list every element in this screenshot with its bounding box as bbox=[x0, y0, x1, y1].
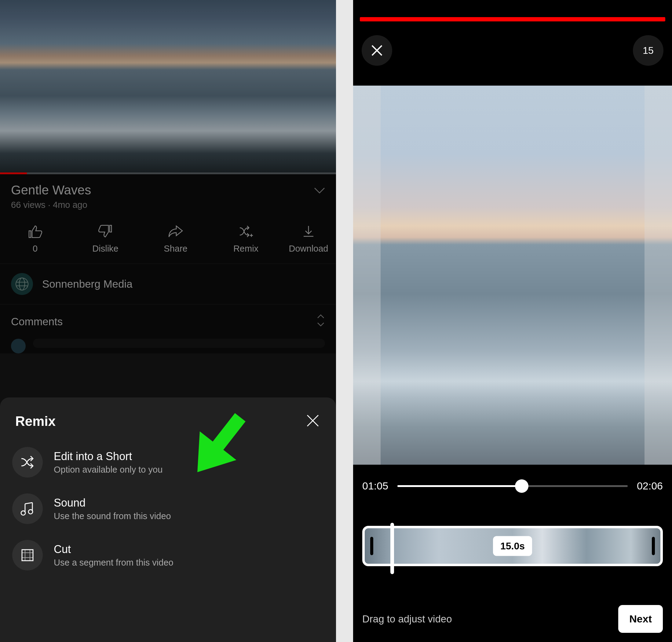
remix-option-cut[interactable]: Cut Use a segment from this video bbox=[0, 532, 336, 578]
remix-option-edit-short[interactable]: Edit into a Short Option available only … bbox=[0, 439, 336, 486]
trim-handle-right[interactable] bbox=[652, 537, 655, 555]
download-label: Download bbox=[289, 244, 328, 254]
remix-option-sound[interactable]: Sound Use the sound from this video bbox=[0, 486, 336, 532]
sort-icon[interactable] bbox=[316, 314, 325, 330]
time-current: 01:05 bbox=[362, 480, 388, 492]
comment-avatar bbox=[11, 339, 26, 354]
edit-short-icon bbox=[12, 447, 43, 477]
remix-label: Remix bbox=[233, 244, 259, 254]
svg-point-1 bbox=[19, 278, 25, 290]
scrubber-thumb[interactable] bbox=[515, 479, 528, 493]
svg-rect-4 bbox=[22, 550, 33, 561]
cut-icon bbox=[12, 540, 43, 570]
thumb-up-icon bbox=[28, 225, 42, 238]
drag-hint: Drag to adjust video bbox=[362, 613, 452, 625]
download-button[interactable]: Download bbox=[289, 225, 328, 254]
video-player[interactable] bbox=[0, 0, 336, 174]
dislike-label: Dislike bbox=[92, 244, 118, 254]
globe-icon bbox=[15, 277, 29, 291]
next-button[interactable]: Next bbox=[618, 605, 663, 633]
timeline-clip[interactable]: 15.0s bbox=[362, 526, 663, 566]
trim-timeline[interactable]: 15.0s bbox=[362, 526, 663, 566]
close-icon bbox=[370, 43, 384, 58]
remix-option-title: Cut bbox=[54, 543, 173, 556]
remix-option-subtitle: Use the sound from this video bbox=[54, 511, 171, 521]
channel-name: Sonnenberg Media bbox=[42, 278, 133, 290]
scrubber[interactable]: 01:05 02:06 bbox=[353, 480, 672, 492]
shorts-editor-screen: 15 01:05 02:06 15.0s Drag to adjust vide… bbox=[353, 0, 672, 642]
chevron-down-icon[interactable] bbox=[314, 183, 325, 196]
remix-panel: Remix Edit into a Short Option available… bbox=[0, 397, 336, 642]
share-label: Share bbox=[164, 244, 187, 254]
remix-option-title: Sound bbox=[54, 497, 171, 509]
like-button[interactable]: 0 bbox=[8, 225, 63, 254]
remix-button[interactable]: Remix bbox=[219, 225, 273, 254]
record-progress-bar bbox=[360, 17, 665, 22]
remix-icon bbox=[238, 225, 254, 238]
duration-limit-value: 15 bbox=[643, 45, 654, 56]
channel-row[interactable]: Sonnenberg Media bbox=[0, 264, 336, 304]
download-icon bbox=[302, 225, 315, 238]
comments-label: Comments bbox=[11, 316, 63, 328]
sound-icon bbox=[12, 493, 43, 524]
scrubber-track[interactable] bbox=[397, 485, 628, 487]
close-button[interactable] bbox=[362, 35, 392, 66]
svg-point-3 bbox=[28, 510, 33, 514]
time-total: 02:06 bbox=[637, 480, 663, 492]
remix-option-subtitle: Option available only to you bbox=[54, 465, 162, 475]
dislike-button[interactable]: Dislike bbox=[78, 225, 133, 254]
crop-shade-left bbox=[353, 86, 381, 465]
close-button[interactable] bbox=[305, 413, 321, 430]
trim-handle-left[interactable] bbox=[370, 537, 373, 555]
comment-input[interactable] bbox=[33, 339, 325, 348]
clip-duration-badge: 15.0s bbox=[493, 536, 532, 556]
svg-point-0 bbox=[16, 278, 28, 290]
like-count: 0 bbox=[33, 244, 38, 254]
next-button-label: Next bbox=[629, 613, 652, 625]
playhead[interactable] bbox=[390, 523, 394, 574]
share-icon bbox=[168, 225, 184, 238]
comment-preview bbox=[11, 339, 325, 354]
video-meta: 66 views · 4mo ago bbox=[0, 200, 336, 219]
crop-shade-right bbox=[645, 86, 672, 465]
remix-option-title: Edit into a Short bbox=[54, 450, 162, 463]
channel-avatar bbox=[11, 273, 33, 295]
video-details-dimmed: Gentle Waves 66 views · 4mo ago 0 Dislik… bbox=[0, 174, 336, 354]
duration-limit-button[interactable]: 15 bbox=[633, 35, 663, 66]
scrubber-fill bbox=[397, 485, 522, 487]
video-title[interactable]: Gentle Waves bbox=[11, 183, 91, 197]
thumb-down-icon bbox=[98, 225, 113, 238]
svg-point-2 bbox=[21, 511, 25, 515]
comments-header[interactable]: Comments bbox=[0, 305, 336, 339]
remix-option-subtitle: Use a segment from this video bbox=[54, 557, 173, 568]
close-icon bbox=[305, 413, 321, 428]
remix-panel-title: Remix bbox=[15, 414, 56, 429]
video-preview[interactable] bbox=[353, 86, 672, 465]
video-detail-screen: Gentle Waves 66 views · 4mo ago 0 Dislik… bbox=[0, 0, 336, 642]
share-button[interactable]: Share bbox=[148, 225, 203, 254]
